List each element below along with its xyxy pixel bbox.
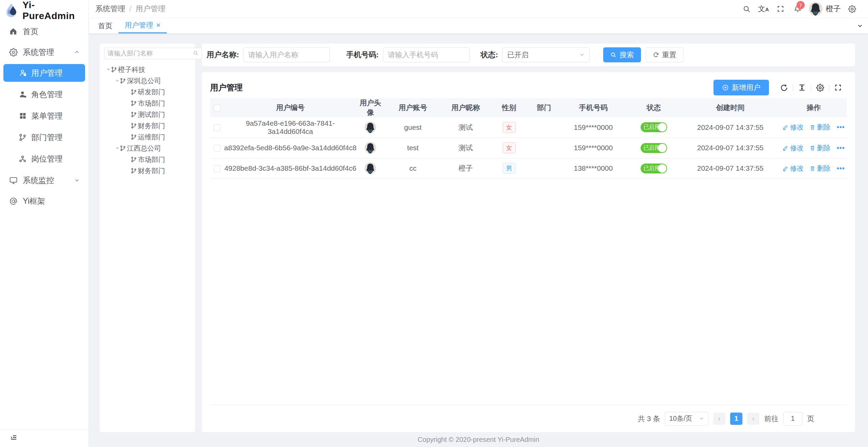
home-icon — [9, 27, 18, 36]
collapse-sidebar-icon[interactable] — [10, 433, 18, 443]
sidebar-item-users[interactable]: 用户管理 — [3, 64, 85, 82]
filter-card: 用户名称: 手机号码: 状态: 已开启 — [202, 44, 855, 66]
department-icon — [131, 134, 137, 140]
column-header: 创建时间 — [680, 98, 781, 117]
tree-node[interactable]: 运维部门 — [104, 132, 191, 143]
phone-filter-input[interactable] — [383, 47, 470, 62]
user-profile[interactable]: 橙子 — [806, 2, 843, 16]
tree-node[interactable]: 市场部门 — [104, 154, 191, 165]
search-button-label: 搜索 — [620, 50, 634, 60]
tree-node[interactable]: 研发部门 — [104, 87, 191, 98]
fullscreen-icon[interactable] — [772, 0, 789, 18]
translate-icon[interactable]: 文A — [755, 0, 772, 18]
delete-link[interactable]: 删除 — [810, 143, 831, 153]
delete-link[interactable]: 删除 — [810, 164, 831, 173]
tree-node[interactable]: 深圳总公司 — [104, 75, 191, 87]
notification-badge: 7 — [797, 1, 805, 9]
search-icon[interactable] — [738, 0, 755, 18]
tree-node-label: 市场部门 — [138, 155, 165, 164]
status-toggle[interactable]: 已启用 — [641, 164, 667, 173]
edit-link[interactable]: 修改 — [783, 123, 804, 132]
sidebar-item-menus[interactable]: 菜单管理 — [3, 107, 85, 125]
department-search-input[interactable] — [108, 50, 191, 57]
select-all-checkbox[interactable] — [214, 105, 221, 111]
prev-page-button[interactable]: ‹ — [713, 413, 725, 425]
at-icon — [9, 197, 18, 205]
caret-down-icon[interactable] — [114, 78, 120, 84]
reset-button[interactable]: 重置 — [646, 47, 684, 62]
tree-node[interactable]: 财务部门 — [104, 120, 191, 132]
chevron-down-icon — [699, 415, 704, 422]
user-table-card: 用户管理 新增用户 — [202, 72, 855, 432]
username: 橙子 — [826, 4, 841, 14]
department-icon — [120, 145, 126, 152]
close-tab-icon[interactable]: ✕ — [156, 22, 161, 29]
tree-node[interactable]: 江西总公司 — [104, 143, 191, 154]
tab-user-management[interactable]: 用户管理 ✕ — [118, 18, 167, 33]
next-page-button[interactable]: › — [747, 413, 759, 425]
more-actions-icon[interactable]: ••• — [837, 144, 845, 152]
sidebar-item-label: 系统管理 — [23, 47, 54, 58]
settings-gear-icon[interactable] — [843, 0, 861, 18]
sidebar-item-positions[interactable]: 岗位管理 — [3, 150, 85, 168]
delete-label: 删除 — [817, 164, 831, 173]
sidebar-item-label: 岗位管理 — [31, 154, 63, 164]
tree-node[interactable]: 橙子科技 — [104, 64, 191, 75]
sidebar-item-yi-framework[interactable]: Yi框架 — [0, 192, 89, 210]
page-number-button[interactable]: 1 — [730, 413, 742, 425]
delete-label: 删除 — [817, 123, 831, 132]
edit-link[interactable]: 修改 — [783, 164, 804, 173]
search-button[interactable]: 搜索 — [603, 47, 641, 62]
username-filter-label: 用户名称: — [207, 50, 239, 60]
department-search-box — [104, 48, 202, 59]
status-filter-select[interactable]: 已开启 — [502, 47, 590, 62]
tree-node-label: 江西总公司 — [127, 144, 161, 153]
goto-page-input[interactable] — [783, 412, 802, 426]
goto-label: 前往 — [764, 414, 778, 423]
gender-tag: 女 — [503, 122, 516, 133]
status-toggle[interactable]: 已启用 — [641, 143, 667, 153]
tab-options-chevron-icon[interactable] — [852, 18, 868, 33]
logo[interactable]: Yi-PureAdmin — [0, 0, 89, 21]
status-label: 已启用 — [644, 124, 660, 131]
sidebar-item-system[interactable]: 系统管理 — [0, 43, 89, 61]
bell-icon[interactable]: 7 — [789, 0, 806, 18]
row-checkbox[interactable] — [214, 145, 221, 152]
tree-node[interactable]: 财务部门 — [104, 165, 191, 176]
user-lock-icon — [18, 69, 27, 77]
phone-filter-label: 手机号码: — [346, 50, 379, 60]
delete-link[interactable]: 删除 — [810, 123, 831, 132]
sidebar-item-departments[interactable]: 部门管理 — [3, 128, 85, 146]
tree-node[interactable]: 市场部门 — [104, 98, 191, 109]
page-size-select[interactable]: 10条/页 — [665, 412, 708, 426]
caret-down-icon[interactable] — [114, 146, 120, 151]
more-actions-icon[interactable]: ••• — [837, 123, 845, 131]
card-title: 用户管理 — [210, 82, 243, 93]
username-filter-input[interactable] — [243, 47, 330, 62]
caret-down-icon[interactable] — [106, 67, 111, 73]
table-fullscreen-icon[interactable] — [834, 83, 842, 92]
refresh-icon[interactable] — [780, 83, 788, 92]
row-density-icon[interactable] — [798, 83, 806, 92]
status-filter-value: 已开启 — [507, 50, 529, 60]
gender-tag: 男 — [503, 163, 516, 174]
row-checkbox[interactable] — [214, 124, 221, 131]
sidebar-item-home[interactable]: 首页 — [0, 22, 89, 40]
row-checkbox[interactable] — [214, 165, 221, 172]
user-avatar — [365, 163, 376, 174]
edit-link[interactable]: 修改 — [783, 143, 804, 153]
sidebar-item-label: 角色管理 — [31, 89, 63, 100]
column-settings-icon[interactable] — [816, 83, 824, 92]
tab-home[interactable]: 首页 — [92, 18, 118, 33]
add-user-button[interactable]: 新增用户 — [713, 80, 769, 95]
status-toggle[interactable]: 已启用 — [641, 122, 667, 132]
more-actions-icon[interactable]: ••• — [837, 165, 845, 172]
breadcrumb-parent[interactable]: 系统管理 — [95, 4, 125, 14]
department-icon — [111, 66, 117, 73]
breadcrumb-separator: / — [129, 4, 131, 13]
tree-node[interactable]: 测试部门 — [104, 109, 191, 120]
edit-label: 修改 — [790, 123, 804, 132]
sidebar-item-monitor[interactable]: 系统监控 — [0, 171, 89, 189]
sidebar: Yi-PureAdmin 首页 系统管理 — [0, 0, 89, 447]
sidebar-item-roles[interactable]: 角色管理 — [3, 86, 85, 103]
